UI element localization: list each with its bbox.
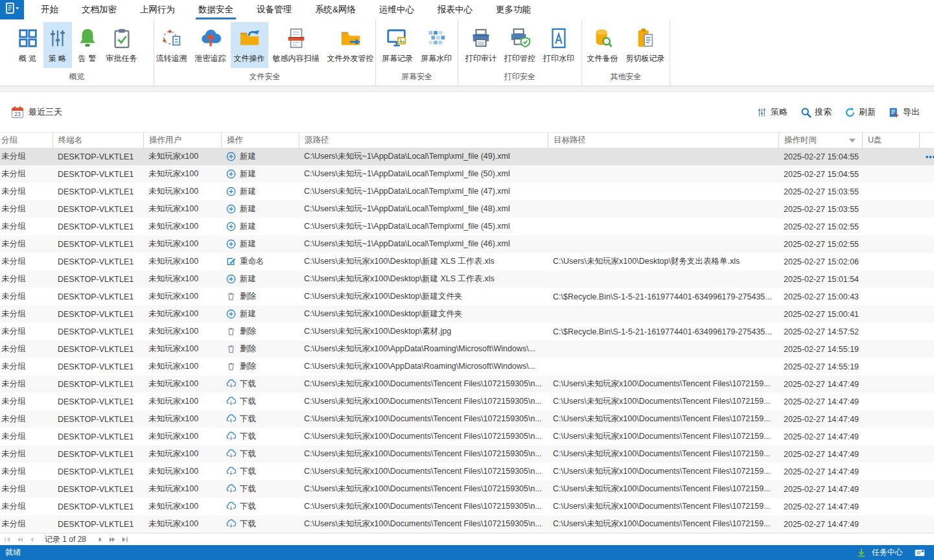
table-row[interactable]: 未分组DESKTOP-VLKTLE1未知玩家x100新建C:\Users\未知玩… (0, 200, 934, 218)
message-icon[interactable] (915, 548, 925, 558)
cell-terminal: DESKTOP-VLKTLE1 (53, 270, 143, 288)
column-header-U盘[interactable]: U盘 (862, 133, 919, 148)
menu-tab-文档加密[interactable]: 文档加密 (70, 0, 128, 19)
table-row[interactable]: 未分组DESKTOP-VLKTLE1未知玩家x100删除C:\Users\未知玩… (0, 288, 934, 305)
ribbon-button-打印审计[interactable]: 打印审计 (462, 22, 500, 68)
app-menu-button[interactable] (0, 0, 24, 19)
ribbon-button-打印管控[interactable]: 打印管控 (501, 22, 539, 68)
ribbon-button-文件操作[interactable]: 文件操作 (231, 22, 268, 68)
sort-down-icon[interactable] (849, 139, 856, 143)
cell-group: 未分组 (0, 498, 53, 515)
table-row[interactable]: 未分组DESKTOP-VLKTLE1未知玩家x100下载C:\Users\未知玩… (0, 463, 934, 480)
ribbon-button-泄密追踪[interactable]: 泄密追踪 (192, 22, 229, 68)
cell-row-actions (919, 445, 934, 463)
menu-tab-设备管理[interactable]: 设备管理 (245, 0, 303, 19)
table-row[interactable]: 未分组DESKTOP-VLKTLE1未知玩家x100下载C:\Users\未知玩… (0, 410, 934, 428)
cell-row-actions (919, 253, 934, 270)
table-row[interactable]: 未分组DESKTOP-VLKTLE1未知玩家x100删除C:\Users\未知玩… (0, 358, 934, 375)
task-download-icon[interactable] (856, 548, 867, 558)
ribbon-button-流转追溯[interactable]: 流转追溯 (153, 22, 191, 68)
column-header-操作用户[interactable]: 操作用户 (143, 133, 221, 148)
column-header-终端名[interactable]: 终端名 (53, 133, 143, 148)
menu-tab-开始[interactable]: 开始 (29, 0, 70, 19)
cell-usb (862, 235, 919, 253)
clipboard-doc-icon (635, 27, 657, 49)
column-header-目标路径[interactable]: 目标路径 (548, 133, 778, 148)
ribbon-button-打印水印[interactable]: 打印水印 (540, 22, 578, 68)
operation-label: 下载 (240, 484, 256, 495)
cell-row-actions (919, 428, 934, 445)
toolbar-刷新-button[interactable]: 刷新 (845, 106, 876, 118)
cell-operation: 删除 (221, 358, 299, 375)
cell-usb (862, 393, 919, 410)
cell-target-path: C:\$Recycle.Bin\S-1-5-21-1619774401-6349… (548, 288, 778, 305)
menu-tab-报表中心[interactable]: 报表中心 (426, 0, 484, 19)
table-row[interactable]: 未分组DESKTOP-VLKTLE1未知玩家x100删除C:\Users\未知玩… (0, 323, 934, 340)
pager-prev-icon[interactable] (27, 535, 37, 544)
column-header-操作[interactable]: 操作 (221, 133, 299, 148)
cell-group: 未分组 (0, 200, 53, 218)
cell-group: 未分组 (0, 218, 53, 235)
date-filter-button[interactable]: 23 最近三天 (11, 106, 62, 119)
table-row[interactable]: 未分组DESKTOP-VLKTLE1未知玩家x100新建C:\Users\未知玩… (0, 235, 934, 253)
cell-terminal: DESKTOP-VLKTLE1 (53, 463, 143, 480)
table-row[interactable]: 未分组DESKTOP-VLKTLE1未知玩家x100新建C:\Users\未知玩… (0, 165, 934, 183)
toolbar-导出-button[interactable]: 导出 (889, 106, 920, 118)
column-header-操作时间[interactable]: 操作时间 (778, 133, 862, 148)
toolbar-策略-button[interactable]: 策略 (756, 106, 788, 118)
menu-tab-运维中心[interactable]: 运维中心 (368, 0, 426, 19)
cell-group: 未分组 (0, 305, 53, 323)
table-row[interactable]: 未分组DESKTOP-VLKTLE1未知玩家x100新建C:\Users\未知玩… (0, 148, 934, 165)
table-row[interactable]: 未分组DESKTOP-VLKTLE1未知玩家x100新建C:\Users\未知玩… (0, 270, 934, 288)
cell-operation: 新建 (221, 270, 299, 288)
table-row[interactable]: 未分组DESKTOP-VLKTLE1未知玩家x100新建C:\Users\未知玩… (0, 305, 934, 323)
table-row[interactable]: 未分组DESKTOP-VLKTLE1未知玩家x100下载C:\Users\未知玩… (0, 515, 934, 533)
pager-next-icon[interactable] (95, 535, 105, 544)
table-row[interactable]: 未分组DESKTOP-VLKTLE1未知玩家x100删除C:\Users\未知玩… (0, 340, 934, 358)
ribbon-button-策略[interactable]: 策 略 (43, 22, 72, 68)
task-center-button[interactable]: 任务中心 (872, 547, 903, 558)
row-more-actions-button[interactable]: ••• (924, 152, 934, 161)
ribbon-button-审批任务[interactable]: 审批任务 (103, 22, 141, 68)
ribbon-button-文件外发管控[interactable]: 文件外发管控 (324, 22, 377, 68)
ribbon-button-告警[interactable]: 告 警 (73, 22, 102, 68)
ribbon-group-文件安全: 流转追溯泄密追踪文件操作敏感内容扫描文件外发管控文件安全 (154, 19, 376, 86)
cell-user: 未知玩家x100 (143, 270, 221, 288)
ribbon-button-文件备份[interactable]: 文件备份 (584, 22, 622, 68)
pager-prev-group-icon[interactable] (15, 535, 25, 544)
cell-terminal: DESKTOP-VLKTLE1 (53, 183, 143, 200)
plus-circle-icon (226, 169, 236, 179)
operation-label: 新建 (240, 221, 256, 232)
menu-tab-更多功能[interactable]: 更多功能 (484, 0, 543, 19)
ribbon-button-概览[interactable]: 概 览 (14, 22, 42, 68)
table-row[interactable]: 未分组DESKTOP-VLKTLE1未知玩家x100新建C:\Users\未知玩… (0, 218, 934, 235)
ribbon-button-屏幕记录[interactable]: 屏幕记录 (379, 22, 416, 68)
menu-tab-数据安全[interactable]: 数据安全 (187, 0, 245, 19)
menu-tab-上网行为[interactable]: 上网行为 (128, 0, 187, 19)
table-row[interactable]: 未分组DESKTOP-VLKTLE1未知玩家x100下载C:\Users\未知玩… (0, 445, 934, 463)
table-row[interactable]: 未分组DESKTOP-VLKTLE1未知玩家x100下载C:\Users\未知玩… (0, 428, 934, 445)
operation-label: 新建 (240, 169, 256, 180)
column-header-源路径[interactable]: 源路径 (299, 133, 548, 148)
table-row[interactable]: 未分组DESKTOP-VLKTLE1未知玩家x100重命名C:\Users\未知… (0, 253, 934, 270)
menu-tab-系统&网络[interactable]: 系统&网络 (303, 0, 368, 19)
toolbar-搜索-button[interactable]: 搜索 (800, 106, 832, 118)
column-header-row-actions[interactable] (919, 133, 934, 148)
cell-source-path: C:\Users\未知玩家x100\Desktop\素材.jpg (299, 323, 548, 340)
table-row[interactable]: 未分组DESKTOP-VLKTLE1未知玩家x100下载C:\Users\未知玩… (0, 393, 934, 410)
cell-time: 2025-02-27 15:04:55 (778, 148, 862, 165)
pager-first-icon[interactable] (3, 535, 12, 544)
ribbon-button-敏感内容扫描[interactable]: 敏感内容扫描 (270, 22, 323, 68)
table-row[interactable]: 未分组DESKTOP-VLKTLE1未知玩家x100下载C:\Users\未知玩… (0, 480, 934, 498)
ribbon-button-剪切板记录[interactable]: 剪切板记录 (623, 22, 668, 68)
column-header-label: 目标路径 (554, 135, 586, 146)
pager-next-group-icon[interactable] (108, 535, 117, 544)
table-row[interactable]: 未分组DESKTOP-VLKTLE1未知玩家x100新建C:\Users\未知玩… (0, 183, 934, 200)
pager-last-icon[interactable] (120, 535, 130, 544)
cell-user: 未知玩家x100 (143, 235, 221, 253)
table-row[interactable]: 未分组DESKTOP-VLKTLE1未知玩家x100下载C:\Users\未知玩… (0, 498, 934, 515)
ribbon-button-屏幕水印[interactable]: 屏幕水印 (417, 22, 455, 68)
cell-user: 未知玩家x100 (143, 410, 221, 428)
table-row[interactable]: 未分组DESKTOP-VLKTLE1未知玩家x100下载C:\Users\未知玩… (0, 375, 934, 393)
column-header-分组[interactable]: 分组 (0, 133, 53, 148)
